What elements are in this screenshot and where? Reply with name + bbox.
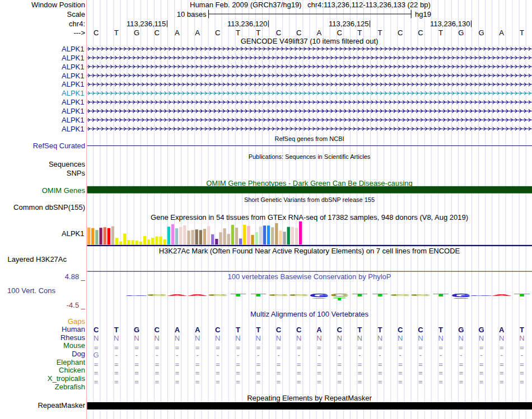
svg-text:ALPK1: ALPK1 bbox=[62, 107, 84, 115]
svg-text:Chicken: Chicken bbox=[59, 366, 85, 374]
svg-text:=: = bbox=[175, 378, 180, 386]
svg-text:ALPK1: ALPK1 bbox=[62, 72, 84, 80]
svg-text:-: - bbox=[257, 351, 259, 359]
svg-text:ALPK1: ALPK1 bbox=[62, 89, 84, 97]
svg-text:T: T bbox=[378, 326, 382, 334]
svg-text:=: = bbox=[155, 378, 159, 386]
svg-text:=: = bbox=[155, 369, 159, 377]
svg-text:C: C bbox=[398, 29, 403, 37]
svg-text:C: C bbox=[398, 326, 403, 334]
svg-text:T: T bbox=[236, 326, 240, 334]
svg-text:=: = bbox=[297, 378, 301, 386]
svg-text:A: A bbox=[316, 326, 322, 334]
svg-text:-: - bbox=[460, 351, 462, 359]
svg-text:-: - bbox=[156, 351, 158, 359]
svg-text:T: T bbox=[515, 293, 530, 297]
svg-text:=: = bbox=[114, 378, 119, 386]
svg-text:C: C bbox=[94, 29, 99, 37]
svg-text:-: - bbox=[338, 351, 340, 359]
svg-text:T: T bbox=[520, 326, 524, 334]
svg-text:Human: Human bbox=[62, 325, 85, 333]
svg-text:113,236,120: 113,236,120 bbox=[227, 20, 267, 28]
svg-text:ALPK1: ALPK1 bbox=[62, 125, 84, 133]
svg-text:=: = bbox=[500, 378, 504, 386]
svg-text:G: G bbox=[478, 326, 484, 334]
svg-text:ALPK1: ALPK1 bbox=[62, 229, 84, 238]
svg-text:=: = bbox=[378, 360, 382, 369]
svg-text:=: = bbox=[175, 369, 180, 377]
svg-text:=: = bbox=[317, 369, 321, 377]
svg-text:=: = bbox=[479, 369, 484, 377]
svg-text:-: - bbox=[237, 351, 239, 359]
svg-text:113,236,130: 113,236,130 bbox=[430, 20, 470, 28]
svg-text:GENCODE V49lift37 (10 items fi: GENCODE V49lift37 (10 items filtered out… bbox=[241, 37, 379, 45]
svg-text:X_tropicalis: X_tropicalis bbox=[48, 374, 86, 383]
svg-text:=: = bbox=[358, 360, 362, 369]
svg-text:=: = bbox=[94, 360, 99, 369]
svg-text:T: T bbox=[357, 29, 362, 37]
svg-text:=: = bbox=[216, 378, 220, 386]
svg-text:ALPK1: ALPK1 bbox=[62, 63, 84, 71]
svg-text:G: G bbox=[478, 29, 484, 37]
svg-text:C: C bbox=[289, 295, 309, 296]
svg-text:-: - bbox=[115, 351, 118, 359]
svg-text:C: C bbox=[155, 326, 160, 334]
svg-text:OMIM Gene Phenotypes - Dark Gr: OMIM Gene Phenotypes - Dark Green Can Be… bbox=[206, 179, 413, 187]
svg-text:A: A bbox=[167, 294, 188, 296]
svg-text:-: - bbox=[297, 351, 300, 359]
svg-text:-: - bbox=[176, 351, 178, 359]
svg-text:Common dbSNP(155): Common dbSNP(155) bbox=[13, 203, 85, 211]
svg-text:N: N bbox=[215, 334, 220, 342]
svg-text:Sequences: Sequences bbox=[49, 160, 86, 168]
svg-text:=: = bbox=[398, 369, 403, 377]
svg-text:Publications: Sequences in Sci: Publications: Sequences in Scientific Ar… bbox=[249, 153, 371, 160]
svg-text:=: = bbox=[418, 369, 423, 377]
svg-text:N: N bbox=[175, 334, 180, 342]
svg-text:A: A bbox=[195, 29, 200, 37]
svg-text:=: = bbox=[438, 378, 443, 386]
svg-text:=: = bbox=[358, 369, 362, 377]
svg-text:=: = bbox=[337, 378, 342, 386]
svg-text:-: - bbox=[419, 351, 422, 359]
svg-text:=: = bbox=[94, 378, 99, 386]
svg-text:-: - bbox=[277, 351, 279, 359]
svg-text:A: A bbox=[195, 326, 200, 334]
svg-text:=: = bbox=[277, 378, 281, 386]
svg-text:T: T bbox=[438, 29, 443, 37]
svg-text:C: C bbox=[390, 295, 410, 296]
svg-text:Human Feb. 2009 (GRCh37/hg19): Human Feb. 2009 (GRCh37/hg19) bbox=[190, 1, 301, 9]
svg-text:=: = bbox=[479, 360, 484, 369]
svg-text:=: = bbox=[520, 369, 524, 377]
svg-text:G: G bbox=[451, 292, 470, 298]
svg-text:T: T bbox=[114, 326, 119, 334]
svg-text:=: = bbox=[398, 378, 403, 386]
svg-text:=: = bbox=[459, 360, 464, 369]
svg-text:N: N bbox=[134, 334, 139, 342]
svg-text:H3K27Ac Mark (Often Found Near: H3K27Ac Mark (Often Found Near Active Re… bbox=[159, 247, 460, 255]
svg-text:=: = bbox=[114, 369, 119, 377]
svg-text:RefSeq Curated: RefSeq Curated bbox=[33, 142, 85, 150]
svg-text:N: N bbox=[418, 334, 423, 342]
svg-text:C: C bbox=[410, 295, 431, 296]
svg-text:=: = bbox=[277, 369, 281, 377]
svg-text:N: N bbox=[256, 334, 261, 342]
svg-text:Gene Expression in 54 tissues: Gene Expression in 54 tissues from GTEx … bbox=[151, 213, 468, 222]
svg-text:=: = bbox=[195, 369, 200, 377]
svg-text:N: N bbox=[459, 334, 464, 342]
svg-text:100 Vert. Cons: 100 Vert. Cons bbox=[7, 286, 55, 295]
svg-text:A: A bbox=[175, 326, 180, 334]
svg-text:N: N bbox=[296, 334, 301, 342]
svg-text:=: = bbox=[520, 360, 524, 369]
svg-text:=: = bbox=[256, 360, 260, 369]
svg-text:Dog: Dog bbox=[72, 350, 85, 358]
svg-text:=: = bbox=[155, 360, 159, 369]
svg-text:=: = bbox=[114, 360, 119, 369]
svg-text:=: = bbox=[438, 360, 443, 369]
svg-text:C: C bbox=[155, 29, 160, 37]
svg-text:N: N bbox=[398, 334, 403, 342]
svg-text:=: = bbox=[418, 360, 423, 369]
svg-text:=: = bbox=[317, 378, 321, 386]
svg-text:=: = bbox=[195, 360, 200, 369]
svg-text:N: N bbox=[519, 334, 524, 342]
svg-text:G: G bbox=[125, 295, 148, 296]
